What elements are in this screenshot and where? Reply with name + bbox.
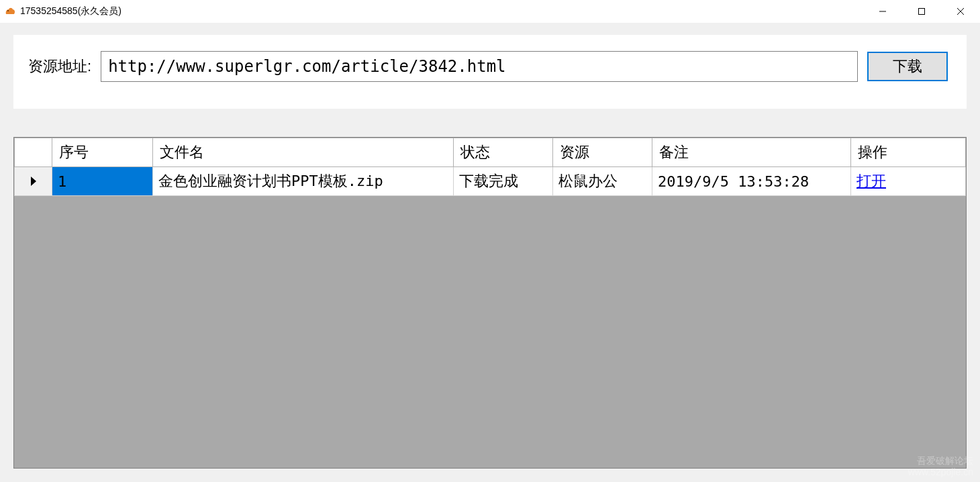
maximize-button[interactable] — [902, 0, 941, 23]
cell-status[interactable]: 下载完成 — [454, 167, 553, 196]
window-controls — [863, 0, 980, 23]
download-button-label: 下载 — [893, 56, 922, 77]
grid-table: 序号 文件名 状态 资源 备注 操作 1 金色创业融资计划书PPT模板.zip … — [14, 138, 966, 196]
col-header-status[interactable]: 状态 — [454, 138, 553, 167]
close-button[interactable] — [941, 0, 980, 23]
svg-rect-2 — [919, 9, 925, 15]
window-title: 17535254585(永久会员) — [20, 5, 863, 17]
download-button[interactable]: 下载 — [867, 52, 948, 81]
grid-empty-area — [14, 196, 966, 468]
cell-seq[interactable]: 1 — [52, 167, 153, 196]
col-header-source[interactable]: 资源 — [553, 138, 652, 167]
grid-corner — [15, 138, 52, 167]
url-label: 资源地址: — [28, 56, 91, 77]
titlebar: 17535254585(永久会员) — [0, 0, 980, 23]
svg-point-0 — [7, 10, 9, 11]
app-window: 17535254585(永久会员) 资源地址: 下载 — [0, 0, 980, 482]
grid-header-row: 序号 文件名 状态 资源 备注 操作 — [15, 138, 966, 167]
col-header-action[interactable]: 操作 — [851, 138, 966, 167]
col-header-remark[interactable]: 备注 — [652, 138, 851, 167]
minimize-button[interactable] — [863, 0, 902, 23]
cell-action[interactable]: 打开 — [851, 167, 966, 196]
open-link[interactable]: 打开 — [856, 173, 886, 189]
cell-filename[interactable]: 金色创业融资计划书PPT模板.zip — [153, 167, 454, 196]
url-panel: 资源地址: 下载 — [13, 35, 967, 109]
cell-source[interactable]: 松鼠办公 — [553, 167, 652, 196]
col-header-seq[interactable]: 序号 — [52, 138, 153, 167]
table-row[interactable]: 1 金色创业融资计划书PPT模板.zip 下载完成 松鼠办公 2019/9/5 … — [15, 167, 966, 196]
col-header-filename[interactable]: 文件名 — [153, 138, 454, 167]
row-indicator-icon[interactable] — [15, 167, 52, 196]
app-icon — [4, 5, 16, 17]
cell-remark[interactable]: 2019/9/5 13:53:28 — [652, 167, 851, 196]
client-area: 资源地址: 下载 序号 文件名 状态 资源 备注 — [0, 23, 980, 482]
download-grid: 序号 文件名 状态 资源 备注 操作 1 金色创业融资计划书PPT模板.zip … — [13, 137, 967, 469]
url-input[interactable] — [101, 51, 858, 82]
